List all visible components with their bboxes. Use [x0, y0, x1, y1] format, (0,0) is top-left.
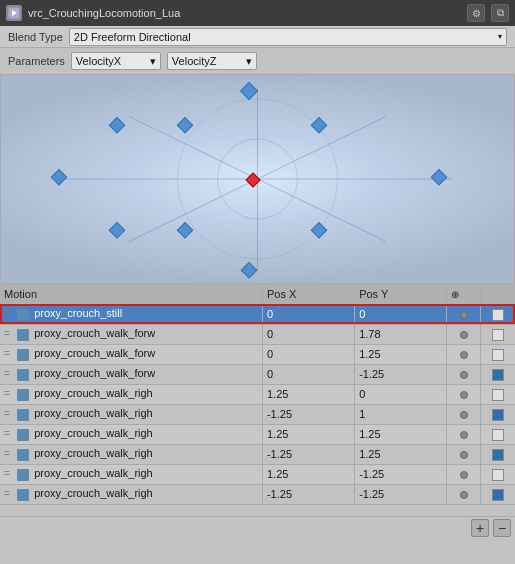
- motion-name: proxy_crouch_still: [34, 307, 122, 319]
- diamond-lower-center[interactable]: [177, 223, 193, 239]
- dot-button[interactable]: [460, 311, 468, 319]
- cell-motion: = proxy_crouch_walk_righ: [0, 404, 262, 424]
- diamond-upper-center-right[interactable]: [311, 118, 327, 134]
- checkbox[interactable]: [492, 389, 504, 401]
- cell-checkbox[interactable]: [481, 364, 515, 384]
- checkbox[interactable]: [492, 369, 504, 381]
- cell-val[interactable]: [447, 344, 481, 364]
- table-row[interactable]: = proxy_crouch_walk_forw 01.78: [0, 324, 515, 344]
- cell-motion: = proxy_crouch_walk_righ: [0, 464, 262, 484]
- cell-motion: = proxy_crouch_walk_forw: [0, 324, 262, 344]
- checkbox[interactable]: [492, 449, 504, 461]
- diamond-lower-left[interactable]: [109, 223, 125, 239]
- cell-motion: = proxy_crouch_walk_righ: [0, 384, 262, 404]
- cell-motion: = proxy_crouch_walk_forw: [0, 344, 262, 364]
- cell-checkbox[interactable]: [481, 344, 515, 364]
- cell-val[interactable]: [447, 424, 481, 444]
- table-row[interactable]: = proxy_crouch_still 00: [0, 304, 515, 324]
- external-button[interactable]: ⧉: [491, 4, 509, 22]
- param1-select[interactable]: VelocityX ▾: [71, 52, 161, 70]
- cell-val[interactable]: [447, 464, 481, 484]
- cell-posx: -1.25: [262, 484, 354, 504]
- window-title: vrc_CrouchingLocomotion_Lua: [28, 7, 461, 19]
- checkbox[interactable]: [492, 489, 504, 501]
- cell-posx: -1.25: [262, 404, 354, 424]
- checkbox[interactable]: [492, 409, 504, 421]
- table-row[interactable]: = proxy_crouch_walk_forw 01.25: [0, 344, 515, 364]
- cell-checkbox[interactable]: [481, 464, 515, 484]
- dot-button[interactable]: [460, 411, 468, 419]
- svg-line-10: [129, 179, 257, 241]
- add-button[interactable]: +: [471, 519, 489, 537]
- blend-type-arrow: ▾: [498, 32, 502, 41]
- cell-val[interactable]: [447, 404, 481, 424]
- cell-checkbox[interactable]: [481, 424, 515, 444]
- table-row[interactable]: = proxy_crouch_walk_righ 1.250: [0, 384, 515, 404]
- blend-tree-area[interactable]: [0, 74, 515, 284]
- cell-checkbox[interactable]: [481, 404, 515, 424]
- blend-type-label: Blend Type: [8, 31, 63, 43]
- cell-checkbox[interactable]: [481, 384, 515, 404]
- blend-type-bar: Blend Type 2D Freeform Directional ▾: [0, 26, 515, 48]
- blend-type-value: 2D Freeform Directional: [74, 31, 191, 43]
- cell-posx: 0: [262, 304, 354, 324]
- diamond-left[interactable]: [51, 170, 67, 186]
- cell-motion: = proxy_crouch_walk_forw: [0, 364, 262, 384]
- table-row[interactable]: = proxy_crouch_walk_forw 0-1.25: [0, 364, 515, 384]
- cell-checkbox[interactable]: [481, 324, 515, 344]
- diamond-bottom[interactable]: [241, 263, 257, 279]
- motion-icon: [17, 429, 29, 441]
- animation-icon: [6, 5, 22, 21]
- dot-button[interactable]: [460, 471, 468, 479]
- cell-posy: 0: [355, 304, 447, 324]
- dot-button[interactable]: [460, 451, 468, 459]
- checkbox[interactable]: [492, 469, 504, 481]
- cell-val[interactable]: [447, 324, 481, 344]
- table-row[interactable]: = proxy_crouch_walk_righ 1.25-1.25: [0, 464, 515, 484]
- dot-button[interactable]: [460, 431, 468, 439]
- svg-line-8: [129, 117, 257, 179]
- cell-val[interactable]: [447, 484, 481, 504]
- param2-select[interactable]: VelocityZ ▾: [167, 52, 257, 70]
- dot-button[interactable]: [460, 331, 468, 339]
- motion-icon: [17, 469, 29, 481]
- table-row[interactable]: = proxy_crouch_walk_righ 1.251.25: [0, 424, 515, 444]
- cell-checkbox[interactable]: [481, 444, 515, 464]
- cell-posy: 1.25: [355, 424, 447, 444]
- motion-name: proxy_crouch_walk_righ: [34, 487, 153, 499]
- cell-checkbox[interactable]: [481, 304, 515, 324]
- checkbox[interactable]: [492, 429, 504, 441]
- diamond-upper-center-left[interactable]: [177, 118, 193, 134]
- diamond-upper-left[interactable]: [109, 118, 125, 134]
- table-row[interactable]: = proxy_crouch_walk_righ -1.251.25: [0, 444, 515, 464]
- settings-button[interactable]: ⚙: [467, 4, 485, 22]
- cell-posy: -1.25: [355, 364, 447, 384]
- table-row[interactable]: = proxy_crouch_walk_righ -1.251: [0, 404, 515, 424]
- row-handle: =: [4, 488, 14, 499]
- diamond-right[interactable]: [431, 170, 447, 186]
- blend-type-select[interactable]: 2D Freeform Directional ▾: [69, 28, 507, 46]
- diamond-top[interactable]: [241, 83, 258, 100]
- cell-val[interactable]: [447, 384, 481, 404]
- table-row[interactable]: = proxy_crouch_walk_righ -1.25-1.25: [0, 484, 515, 504]
- dot-button[interactable]: [460, 391, 468, 399]
- checkbox[interactable]: [492, 329, 504, 341]
- motion-icon: [17, 489, 29, 501]
- cell-motion: = proxy_crouch_walk_righ: [0, 484, 262, 504]
- cell-val[interactable]: [447, 304, 481, 324]
- row-handle: =: [4, 448, 14, 459]
- cell-val[interactable]: [447, 444, 481, 464]
- cell-posx: 1.25: [262, 424, 354, 444]
- motion-table: Motion Pos X Pos Y ⊕ = proxy_crouch_stil…: [0, 284, 515, 505]
- dot-button[interactable]: [460, 351, 468, 359]
- cell-val[interactable]: [447, 364, 481, 384]
- motion-icon: [17, 369, 29, 381]
- checkbox[interactable]: [492, 309, 504, 321]
- cell-motion: = proxy_crouch_walk_righ: [0, 444, 262, 464]
- cell-checkbox[interactable]: [481, 484, 515, 504]
- dot-button[interactable]: [460, 371, 468, 379]
- checkbox[interactable]: [492, 349, 504, 361]
- remove-button[interactable]: −: [493, 519, 511, 537]
- dot-button[interactable]: [460, 491, 468, 499]
- param1-arrow: ▾: [150, 55, 156, 68]
